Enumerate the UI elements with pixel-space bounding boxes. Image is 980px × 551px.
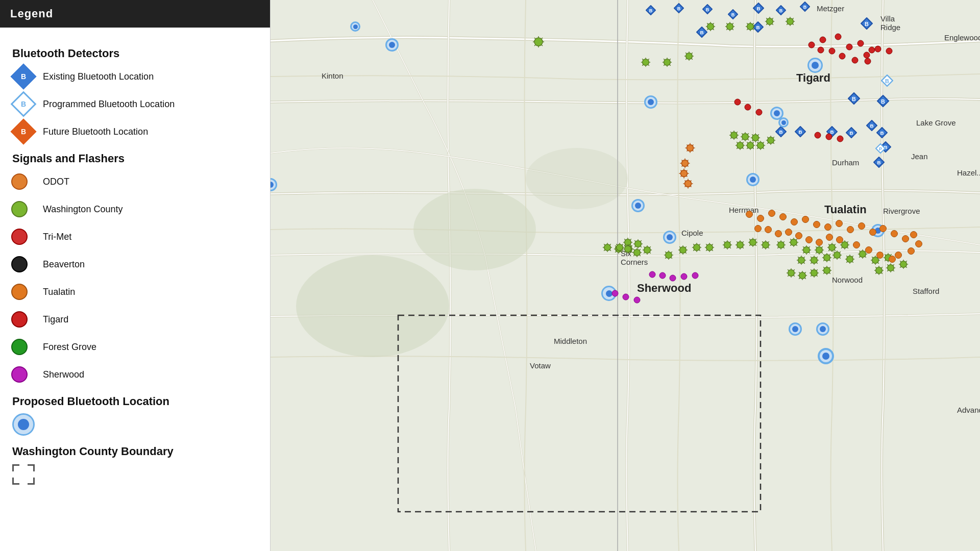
tigard-label: Tigard xyxy=(43,314,68,325)
tualatin-icon xyxy=(12,281,35,303)
tualatin-label: Tualatin xyxy=(43,287,75,297)
legend-item-washington: Washington County xyxy=(12,198,258,220)
legend-item-future: B Future Bluetooth Location xyxy=(12,120,258,143)
legend-item-odot: ODOT xyxy=(12,170,258,193)
beaverton-label: Beaverton xyxy=(43,259,85,270)
signals-section-title: Signals and Flashers xyxy=(12,152,258,165)
forestgrove-icon xyxy=(12,336,35,358)
forestgrove-label: Forest Grove xyxy=(43,342,96,353)
odot-icon xyxy=(12,170,35,193)
tigard-icon xyxy=(12,308,35,331)
boundary-section-title: Washington County Boundary xyxy=(12,445,258,458)
legend-item-tigard: Tigard xyxy=(12,308,258,331)
future-bluetooth-icon: B xyxy=(12,120,35,143)
legend-item-tualatin: Tualatin xyxy=(12,281,258,303)
washington-icon xyxy=(12,198,35,220)
boundary-icon xyxy=(12,463,35,486)
proposed-icon xyxy=(12,413,35,436)
legend-panel: Legend Bluetooth Detectors B Existing Bl… xyxy=(0,0,271,551)
legend-item-sherwood: Sherwood xyxy=(12,363,258,386)
future-bluetooth-label: Future Bluetooth Location xyxy=(43,127,148,137)
trimet-icon xyxy=(12,226,35,248)
existing-bluetooth-label: Existing Bluetooth Location xyxy=(43,71,154,82)
svg-point-2 xyxy=(526,148,628,209)
legend-item-boundary xyxy=(12,463,258,486)
legend-header: Legend xyxy=(0,0,270,28)
legend-title: Legend xyxy=(10,7,53,20)
map-area[interactable]: Metzger VillaRidge Englewood Tigard Kint… xyxy=(271,0,980,551)
legend-body: Bluetooth Detectors B Existing Bluetooth… xyxy=(0,28,270,501)
trimet-label: Tri-Met xyxy=(43,232,71,242)
legend-item-proposed xyxy=(12,413,258,436)
existing-bluetooth-icon: B xyxy=(12,65,35,88)
sherwood-label: Sherwood xyxy=(43,369,84,380)
legend-item-programmed: B Programmed Bluetooth Location xyxy=(12,93,258,115)
odot-label: ODOT xyxy=(43,177,69,187)
svg-point-1 xyxy=(413,189,536,270)
beaverton-icon xyxy=(12,253,35,276)
programmed-bluetooth-icon: B xyxy=(12,93,35,115)
legend-item-trimet: Tri-Met xyxy=(12,226,258,248)
sherwood-icon xyxy=(12,363,35,386)
washington-label: Washington County xyxy=(43,204,122,215)
proposed-section-title: Proposed Bluetooth Location xyxy=(12,395,258,408)
svg-point-3 xyxy=(296,255,449,357)
legend-item-forestgrove: Forest Grove xyxy=(12,336,258,358)
legend-item-beaverton: Beaverton xyxy=(12,253,258,276)
legend-item-existing: B Existing Bluetooth Location xyxy=(12,65,258,88)
bluetooth-section-title: Bluetooth Detectors xyxy=(12,47,258,60)
map-background xyxy=(271,0,980,551)
programmed-bluetooth-label: Programmed Bluetooth Location xyxy=(43,99,175,110)
